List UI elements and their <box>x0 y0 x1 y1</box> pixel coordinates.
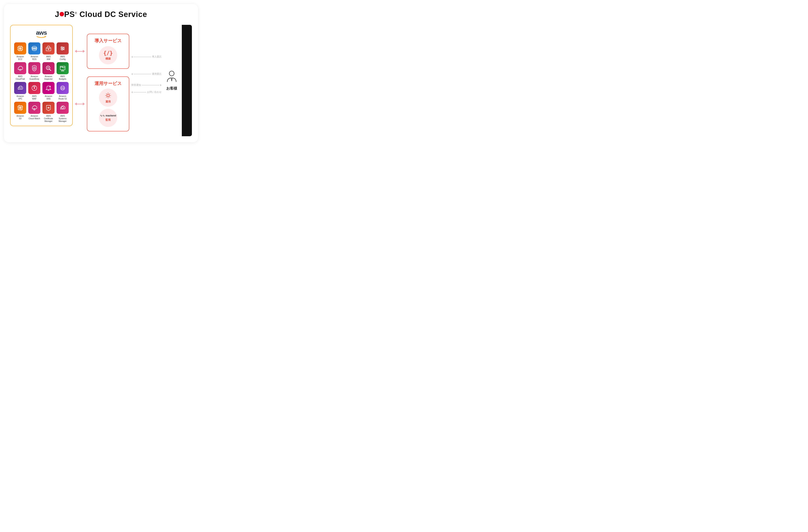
vpc-label: AmazonVPC <box>17 95 24 100</box>
header: JPS® Cloud DC Service <box>10 10 192 19</box>
ops-arrow-head <box>131 73 133 75</box>
ec2-label: AmazonEC2 <box>17 55 24 60</box>
sns-icon <box>42 82 55 94</box>
cloudwatch-label: AmazonCloud Watch <box>29 115 40 120</box>
service-waf: AWSWAF <box>28 82 41 100</box>
ec2-icon <box>14 42 26 55</box>
svg-point-28 <box>34 68 35 69</box>
inspector-icon <box>42 62 55 74</box>
intro-service-row: 導入サービス {/} 構築 <box>75 34 129 69</box>
svg-point-38 <box>50 86 51 87</box>
svg-line-48 <box>34 109 35 110</box>
guardduty-icon <box>28 62 40 74</box>
svg-rect-2 <box>19 47 21 50</box>
svg-point-24 <box>61 46 62 48</box>
inspector-label: AmazonInspector <box>44 75 53 80</box>
service-rds: AmazonRDS <box>28 42 41 60</box>
aws-panel: aws <box>10 25 73 136</box>
systemsmanager-label: AWSSystemsManager <box>59 115 67 122</box>
svg-line-63 <box>106 97 107 97</box>
route53-icon: 53 <box>57 82 69 94</box>
svg-point-50 <box>61 107 63 109</box>
service-route53: 53 AmazonRoute 53 <box>56 82 69 100</box>
mackerel-label: 監視 <box>106 118 111 122</box>
service-ec2: AmazonEC2 <box>14 42 27 60</box>
services-grid: AmazonEC2 <box>14 42 69 122</box>
iam-label: AWSIAM <box>46 55 51 60</box>
waf-icon <box>28 82 40 94</box>
intro-circle-icon: {/} <box>104 50 113 56</box>
config-icon <box>57 42 69 55</box>
route53-label: AmazonRoute 53 <box>59 95 67 100</box>
service-inspector: AmazonInspector <box>42 62 55 80</box>
ops-arrow-line <box>133 74 151 74</box>
fault-arrow-head <box>160 84 162 86</box>
inquiry-arrow: お問い合わせ <box>131 90 162 95</box>
cloudtrail-label: AWSCloudTrail <box>16 75 25 80</box>
cloudtrail-icon <box>14 62 26 74</box>
mackerel-circle: ∿∿ mackerel 監視 <box>99 109 117 127</box>
customer-section: お客様 <box>164 70 180 91</box>
svg-point-34 <box>19 87 20 88</box>
service-cloudtrail: AWSCloudTrail <box>14 62 27 80</box>
ops-arrow: 運用委託 <box>131 72 162 76</box>
intro-service-title: 導入サービス <box>94 38 122 44</box>
mackerel-logo: ∿∿ mackerel <box>100 114 116 117</box>
svg-point-64 <box>169 71 174 76</box>
svg-rect-19 <box>48 49 49 50</box>
service-systemsmanager: AWSSystemsManager <box>56 102 69 122</box>
sns-label: AmazonSNS <box>45 95 52 100</box>
service-vpc: AmazonVPC <box>14 82 27 100</box>
ops-service-box: 運用サービス <box>87 76 129 131</box>
service-cloudwatch: AmazonCloud Watch <box>28 102 41 122</box>
service-iam: AWSIAM <box>42 42 55 60</box>
budgets-label: AWSBudgets <box>59 75 67 80</box>
middle-column: 導入サービス {/} 構築 運用サービス <box>75 25 129 136</box>
service-guardduty: AmazonGuardDuty <box>28 62 41 80</box>
s3-icon <box>14 102 26 114</box>
svg-rect-42 <box>19 107 21 109</box>
intro-arrow-label: 導入委託 <box>152 55 162 59</box>
svg-line-30 <box>49 69 51 71</box>
intro-circle-label: 構築 <box>106 57 111 60</box>
rds-icon <box>28 42 40 55</box>
ops-circle-label: 運用 <box>106 100 111 103</box>
service-config: AWSConfig <box>56 42 69 60</box>
service-s3: AmazonS3 <box>14 102 27 122</box>
inquiry-arrow-line <box>133 92 146 92</box>
service-sns: AmazonSNS <box>42 82 55 100</box>
budgets-icon <box>57 62 69 74</box>
ops-arrow-label: 運用委託 <box>152 72 162 76</box>
customer-person-icon <box>166 70 178 84</box>
svg-line-60 <box>106 94 107 94</box>
inquiry-arrow-head <box>131 91 133 93</box>
iam-icon <box>42 42 55 55</box>
guardduty-label: AmazonGuardDuty <box>30 75 39 80</box>
service-certmanager: AWSCertificateManager <box>42 102 55 122</box>
intro-arrow-line <box>133 57 151 57</box>
intro-arrow: 導入委託 <box>131 54 162 59</box>
ops-circle: 運用 <box>99 89 117 107</box>
ops-gear-icon <box>105 92 112 99</box>
ops-service-title: 運用サービス <box>94 80 122 87</box>
fault-arrow-line <box>142 85 159 86</box>
fault-arrow: 障害通知 <box>131 82 162 88</box>
black-sidebar <box>182 25 192 136</box>
customer-label: お客様 <box>166 86 177 91</box>
certmanager-icon <box>42 102 55 114</box>
svg-point-25 <box>63 48 64 49</box>
svg-point-35 <box>21 87 21 88</box>
intro-service-circle: {/} 構築 <box>99 46 117 64</box>
main-layout: aws <box>10 25 192 136</box>
inquiry-arrow-label: お問い合わせ <box>147 90 162 94</box>
ops-service-row: 運用サービス <box>75 76 129 131</box>
arrows-column: 導入委託 運用委託 障害通知 <box>131 38 162 123</box>
svg-point-55 <box>107 94 109 97</box>
service-budgets: AWSBudgets <box>56 62 69 80</box>
intro-service-box: 導入サービス {/} 構築 <box>87 34 129 69</box>
s3-label: AmazonS3 <box>17 115 24 120</box>
svg-text:53: 53 <box>61 87 64 90</box>
right-column: 導入委託 運用委託 障害通知 <box>131 25 180 136</box>
systemsmanager-icon <box>57 102 69 114</box>
intro-arrow-head <box>131 56 133 58</box>
